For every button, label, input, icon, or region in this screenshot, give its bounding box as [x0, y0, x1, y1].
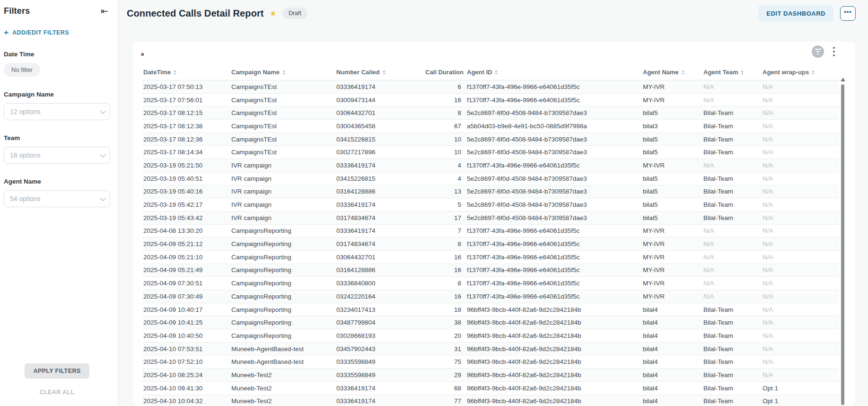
- table-row: 2025-04-09 05:21:12CampaignsReporting031…: [142, 238, 839, 251]
- cell-datetime: 2025-04-09 05:21:10: [142, 250, 230, 264]
- column-header-datetime[interactable]: DateTime: [142, 65, 230, 80]
- cell-campaign-name: Muneeb-Test2: [230, 395, 335, 406]
- cell-call-duration: 16: [424, 264, 466, 277]
- cell-agent-wrap-ups: N/A: [762, 120, 839, 133]
- table-row: 2025-03-19 05:42:17IVR campaign033364191…: [142, 198, 839, 212]
- cell-number-called: 03234017413: [335, 303, 424, 316]
- cell-agent-id: 5e2c8697-6f0d-4508-9484-b7309587dae3: [466, 211, 642, 224]
- dashboard-menu-button[interactable]: •••: [840, 6, 856, 21]
- column-label: Agent ID: [467, 69, 492, 76]
- cell-campaign-name: CampaignsReporting: [230, 290, 335, 303]
- cell-campaign-name: CampaignsReporting: [230, 264, 335, 277]
- table-filter-icon[interactable]: [812, 45, 824, 58]
- cell-number-called: 03336419174: [335, 224, 424, 238]
- select-value: 12 options: [10, 108, 41, 115]
- table-scrollbar[interactable]: [841, 78, 845, 406]
- column-header-number-called[interactable]: Number Called: [335, 65, 424, 80]
- filter-select[interactable]: 54 options: [4, 190, 110, 207]
- cell-campaign-name: IVR campaign: [230, 211, 335, 224]
- cell-agent-id: 96bff4f3-9bcb-440f-82a6-9d2c2842184b: [466, 395, 642, 406]
- cell-agent-team: Bilal-Team: [702, 316, 762, 329]
- table-row: 2025-03-19 05:43:42IVR campaign031748346…: [142, 211, 839, 224]
- column-header-campaign-name[interactable]: Campaign Name: [230, 65, 335, 80]
- cell-datetime: 2025-04-09 07:30:51: [142, 277, 230, 290]
- cell-agent-id: f1370ff7-43fa-496e-9966-e64061d35f5c: [466, 290, 642, 303]
- cell-agent-id: f1370ff7-43fa-496e-9966-e64061d35f5c: [466, 224, 642, 238]
- cell-number-called: 03336419174: [335, 80, 424, 94]
- cell-campaign-name: CampaignsReporting: [230, 224, 335, 238]
- scrollbar-thumb[interactable]: [841, 84, 844, 405]
- edit-dashboard-button[interactable]: EDIT DASHBOARD: [758, 5, 833, 22]
- cell-campaign-name: CampaignsTEst: [230, 93, 335, 106]
- cell-agent-name: MY-IVR: [642, 238, 702, 251]
- cell-agent-team: N/A: [702, 93, 762, 106]
- clear-all-button[interactable]: CLEAR ALL: [40, 389, 75, 396]
- cell-datetime: 2025-03-19 05:40:16: [142, 185, 230, 198]
- cell-agent-name: bilal5: [642, 198, 702, 212]
- cell-campaign-name: IVR campaign: [230, 198, 335, 212]
- column-header-agent-id[interactable]: Agent ID: [466, 65, 642, 80]
- cell-datetime: 2025-03-17 08:12:36: [142, 132, 230, 146]
- cell-agent-wrap-ups: N/A: [762, 185, 839, 198]
- cell-agent-id: 96bff4f3-9bcb-440f-82a6-9d2c2842184b: [466, 342, 642, 355]
- chevron-down-icon: [100, 151, 106, 158]
- cell-number-called: 03009473144: [335, 93, 424, 106]
- cell-number-called: 03164128886: [335, 264, 424, 277]
- filter-select[interactable]: 18 options: [4, 147, 110, 164]
- cell-agent-wrap-ups: N/A: [762, 132, 839, 146]
- cell-call-duration: 77: [424, 395, 466, 406]
- cell-call-duration: 38: [424, 316, 466, 329]
- cell-agent-name: bilal4: [642, 369, 702, 382]
- sort-icon: [383, 70, 386, 75]
- filters-sidebar: Filters ⇤ + ADD/EDIT FILTERS Date TimeNo…: [0, 0, 118, 406]
- cell-campaign-name: CampaignsReporting: [230, 303, 335, 316]
- cell-agent-id: f1370ff7-43fa-496e-9966-e64061d35f5c: [466, 264, 642, 277]
- column-label: Agent Name: [643, 69, 679, 76]
- cell-call-duration: 8: [424, 277, 466, 290]
- cell-datetime: 2025-03-19 05:43:42: [142, 211, 230, 224]
- column-header-agent-name[interactable]: Agent Name: [642, 65, 702, 80]
- column-label: Call Duration: [425, 69, 464, 76]
- table-header-row: DateTimeCampaign NameNumber CalledCall D…: [142, 65, 839, 80]
- sort-icon: [741, 70, 744, 75]
- add-edit-filters-button[interactable]: + ADD/EDIT FILTERS: [4, 28, 110, 36]
- cell-agent-id: 96bff4f3-9bcb-440f-82a6-9d2c2842184b: [466, 316, 642, 329]
- cell-campaign-name: CampaignsTEst: [230, 120, 335, 133]
- cell-agent-name: MY-IVR: [642, 93, 702, 106]
- column-header-agent-wrap-ups[interactable]: Agent wrap-ups: [762, 65, 839, 80]
- cell-campaign-name: CampaignsTEst: [230, 146, 335, 159]
- cell-agent-wrap-ups: N/A: [762, 80, 839, 94]
- scroll-up-icon[interactable]: [841, 78, 845, 81]
- cell-agent-name: bilal5: [642, 211, 702, 224]
- report-header: Connected Calls Detail Report ★ Draft ED…: [118, 0, 868, 26]
- table-row: 2025-04-10 07:52:10Muneeb-AgentBased-tes…: [142, 355, 839, 369]
- filter-select[interactable]: 12 options: [4, 103, 110, 120]
- cell-campaign-name: CampaignsReporting: [230, 329, 335, 343]
- collapse-sidebar-icon[interactable]: ⇤: [99, 6, 110, 17]
- table-row: 2025-04-09 05:21:49CampaignsReporting031…: [142, 264, 839, 277]
- cell-datetime: 2025-04-10 10:04:32: [142, 395, 230, 406]
- cell-agent-team: N/A: [702, 277, 762, 290]
- cell-agent-wrap-ups: Opt 1: [762, 381, 839, 395]
- cell-agent-id: 5e2c8697-6f0d-4508-9484-b7309587dae3: [466, 198, 642, 212]
- status-badge: Draft: [282, 8, 307, 19]
- cell-number-called: 03336840800: [335, 277, 424, 290]
- cell-datetime: 2025-04-09 05:21:49: [142, 264, 230, 277]
- cell-call-duration: 20: [424, 329, 466, 343]
- cell-number-called: 03242220164: [335, 290, 424, 303]
- column-header-call-duration[interactable]: Call Duration: [424, 65, 466, 80]
- cell-agent-wrap-ups: N/A: [762, 146, 839, 159]
- table-kebab-menu-icon[interactable]: [832, 45, 836, 57]
- cell-call-duration: 67: [424, 120, 466, 133]
- app-root: Filters ⇤ + ADD/EDIT FILTERS Date TimeNo…: [0, 0, 868, 406]
- cell-number-called: 03336419174: [335, 395, 424, 406]
- cell-agent-name: bilal4: [642, 329, 702, 343]
- cell-campaign-name: CampaignsTEst: [230, 80, 335, 94]
- column-header-agent-team[interactable]: Agent Team: [702, 65, 762, 80]
- table-row: 2025-03-19 05:21:50IVR campaign033364191…: [142, 159, 839, 172]
- cell-agent-wrap-ups: N/A: [762, 303, 839, 316]
- apply-filters-button[interactable]: APPLY FILTERS: [25, 363, 89, 379]
- favorite-star-icon[interactable]: ★: [270, 9, 277, 18]
- cell-agent-team: N/A: [702, 238, 762, 251]
- cell-agent-wrap-ups: N/A: [762, 329, 839, 343]
